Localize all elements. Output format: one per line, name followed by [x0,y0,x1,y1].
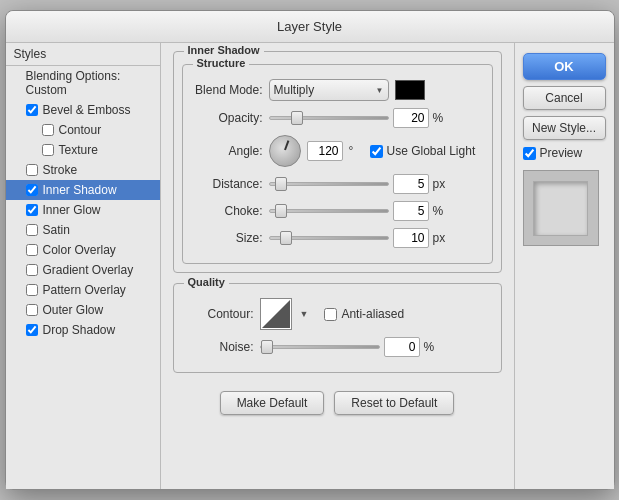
checkbox-gradient-overlay[interactable] [26,264,38,276]
dialog-title: Layer Style [6,11,614,43]
checkbox-satin[interactable] [26,224,38,236]
angle-unit: ° [349,144,364,158]
sidebar-item-stroke[interactable]: Stroke [6,160,160,180]
opacity-slider[interactable] [269,116,389,120]
noise-slider[interactable] [260,345,380,349]
opacity-input[interactable] [393,108,429,128]
opacity-label: Opacity: [193,111,263,125]
layer-style-dialog: Layer Style Styles Blending Options: Cus… [5,10,615,490]
sidebar-item-gradient-overlay[interactable]: Gradient Overlay [6,260,160,280]
action-panel: OK Cancel New Style... Preview [514,43,614,489]
preview-box [523,170,599,246]
label-bevel: Bevel & Emboss [43,103,131,117]
size-input[interactable] [393,228,429,248]
sidebar-item-blending[interactable]: Blending Options: Custom [6,66,160,100]
distance-slider[interactable] [269,182,389,186]
sidebar-item-drop-shadow[interactable]: Drop Shadow [6,320,160,340]
sidebar-item-outer-glow[interactable]: Outer Glow [6,300,160,320]
choke-input[interactable] [393,201,429,221]
checkbox-texture[interactable] [42,144,54,156]
checkbox-pattern-overlay[interactable] [26,284,38,296]
noise-unit: % [424,340,439,354]
sidebar-item-color-overlay[interactable]: Color Overlay [6,240,160,260]
quality-title: Quality [184,276,229,288]
use-global-light-checkbox[interactable] [370,145,383,158]
label-texture: Texture [59,143,98,157]
blend-mode-select[interactable]: Multiply Normal Screen Overlay [269,79,389,101]
label-drop-shadow: Drop Shadow [43,323,116,337]
checkbox-color-overlay[interactable] [26,244,38,256]
checkbox-drop-shadow[interactable] [26,324,38,336]
cancel-button[interactable]: Cancel [523,86,606,110]
label-gradient-overlay: Gradient Overlay [43,263,134,277]
noise-label: Noise: [184,340,254,354]
choke-unit: % [433,204,448,218]
checkbox-outer-glow[interactable] [26,304,38,316]
checkbox-stroke[interactable] [26,164,38,176]
main-settings-panel: Inner Shadow Structure Blend Mode: Multi… [161,43,514,489]
label-contour: Contour [59,123,102,137]
styles-list: Blending Options: CustomBevel & EmbossCo… [6,66,160,340]
noise-input[interactable] [384,337,420,357]
sidebar-item-pattern-overlay[interactable]: Pattern Overlay [6,280,160,300]
contour-label: Contour: [184,307,254,321]
label-inner-shadow: Inner Shadow [43,183,117,197]
checkbox-bevel[interactable] [26,104,38,116]
checkbox-inner-shadow[interactable] [26,184,38,196]
angle-input[interactable] [307,141,343,161]
svg-marker-0 [262,300,290,328]
blend-mode-wrapper: Multiply Normal Screen Overlay [269,79,389,101]
sidebar-item-inner-glow[interactable]: Inner Glow [6,200,160,220]
blend-mode-label: Blend Mode: [193,83,263,97]
label-blending: Blending Options: Custom [26,69,152,97]
label-pattern-overlay: Pattern Overlay [43,283,126,297]
reset-to-default-button[interactable]: Reset to Default [334,391,454,415]
sidebar-item-contour[interactable]: Contour [6,120,160,140]
size-slider[interactable] [269,236,389,240]
distance-unit: px [433,177,448,191]
choke-slider[interactable] [269,209,389,213]
anti-aliased-label[interactable]: Anti-aliased [324,307,404,321]
anti-aliased-checkbox[interactable] [324,308,337,321]
angle-knob[interactable] [269,135,301,167]
sidebar-item-texture[interactable]: Texture [6,140,160,160]
distance-label: Distance: [193,177,263,191]
contour-preview[interactable] [260,298,292,330]
preview-inner [533,181,588,236]
structure-title: Structure [193,57,250,69]
size-label: Size: [193,231,263,245]
label-outer-glow: Outer Glow [43,303,104,317]
section-title: Inner Shadow [184,44,264,56]
contour-dropdown-arrow: ▼ [300,309,309,319]
styles-header: Styles [6,43,160,66]
label-satin: Satin [43,223,70,237]
new-style-button[interactable]: New Style... [523,116,606,140]
sidebar-item-satin[interactable]: Satin [6,220,160,240]
distance-input[interactable] [393,174,429,194]
preview-label[interactable]: Preview [523,146,606,160]
checkbox-contour[interactable] [42,124,54,136]
sidebar-item-bevel[interactable]: Bevel & Emboss [6,100,160,120]
preview-checkbox[interactable] [523,147,536,160]
label-color-overlay: Color Overlay [43,243,116,257]
use-global-light-label[interactable]: Use Global Light [370,144,476,158]
label-inner-glow: Inner Glow [43,203,101,217]
ok-button[interactable]: OK [523,53,606,80]
blend-color-swatch[interactable] [395,80,425,100]
checkbox-inner-glow[interactable] [26,204,38,216]
angle-label: Angle: [193,144,263,158]
styles-panel: Styles Blending Options: CustomBevel & E… [6,43,161,489]
size-unit: px [433,231,448,245]
sidebar-item-inner-shadow[interactable]: Inner Shadow [6,180,160,200]
opacity-unit: % [433,111,448,125]
make-default-button[interactable]: Make Default [220,391,325,415]
label-stroke: Stroke [43,163,78,177]
choke-label: Choke: [193,204,263,218]
